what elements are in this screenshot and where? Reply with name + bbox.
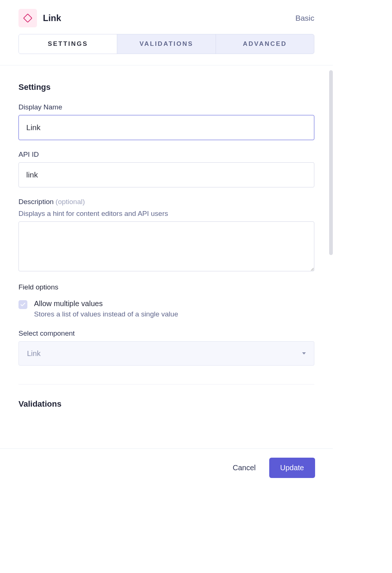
display-name-input[interactable] <box>18 115 314 140</box>
footer: Cancel Update <box>0 448 333 487</box>
tabs: Settings Validations Advanced <box>18 34 314 54</box>
settings-heading: Settings <box>18 82 314 92</box>
description-textarea[interactable] <box>18 221 314 271</box>
select-component-value: Link <box>27 349 41 358</box>
chevron-down-icon <box>302 352 306 355</box>
page-title: Link <box>43 13 61 23</box>
api-id-input[interactable] <box>18 162 314 187</box>
display-name-label: Display Name <box>18 103 314 111</box>
tab-settings[interactable]: Settings <box>19 34 117 54</box>
allow-multiple-label: Allow multiple values <box>34 299 178 308</box>
scrollbar-thumb[interactable] <box>329 70 333 255</box>
check-icon <box>20 302 26 308</box>
description-hint: Displays a hint for content editors and … <box>18 210 314 218</box>
validations-heading: Validations <box>18 399 314 409</box>
field-type-icon-tile <box>18 9 37 27</box>
section-divider <box>18 384 314 384</box>
cancel-button[interactable]: Cancel <box>230 460 258 476</box>
diamond-icon <box>23 13 32 23</box>
description-label: Description (optional) <box>18 198 314 206</box>
allow-multiple-checkbox[interactable] <box>18 300 27 309</box>
basic-badge: Basic <box>295 14 314 23</box>
update-button[interactable]: Update <box>269 458 315 478</box>
allow-multiple-sublabel: Stores a list of values instead of a sin… <box>34 310 178 318</box>
tab-advanced[interactable]: Advanced <box>216 34 314 54</box>
select-component-label: Select component <box>18 329 314 338</box>
field-options-heading: Field options <box>18 283 314 291</box>
tab-validations[interactable]: Validations <box>117 34 216 54</box>
api-id-label: API ID <box>18 150 314 159</box>
select-component-dropdown[interactable]: Link <box>18 341 314 366</box>
